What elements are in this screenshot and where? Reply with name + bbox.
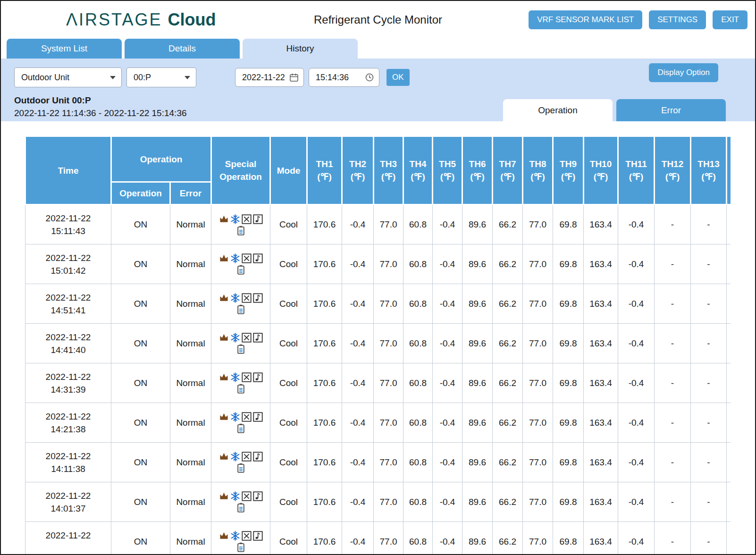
time-cell: 2022-11-22 14:41:40 xyxy=(25,324,111,363)
th-value-cell: 69.8 xyxy=(553,403,584,443)
date-input[interactable]: 2022-11-22 xyxy=(235,68,304,87)
mode-value: Cool xyxy=(279,418,298,428)
th-value-cell: 77.0 xyxy=(374,244,403,284)
operation-status: ON xyxy=(134,259,148,269)
th-value-cell: 170.6 xyxy=(307,324,342,363)
display-option-button[interactable]: Display Option xyxy=(649,63,718,82)
row-time: 14:51:41 xyxy=(25,304,111,317)
error-status-cell: Normal xyxy=(170,284,211,324)
th-value-cell: - xyxy=(655,205,691,244)
operation-status: ON xyxy=(134,299,148,309)
column-header-time: Time xyxy=(25,136,111,205)
row-date: 2022-11-22 xyxy=(25,529,111,542)
overflow-cell xyxy=(727,324,731,363)
tab-operation[interactable]: Operation xyxy=(503,99,613,121)
th-value-cell: 77.0 xyxy=(374,363,403,403)
selected-unit-info: Outdoor Unit 00:P 2022-11-22 11:14:36 - … xyxy=(14,95,187,121)
test-run-icon xyxy=(235,304,246,315)
th-value-cell: 170.6 xyxy=(307,363,342,403)
test-run-icon xyxy=(235,423,246,434)
th-value-cell: 66.2 xyxy=(493,205,523,244)
tab-error[interactable]: Error xyxy=(616,99,726,121)
mode-cell: Cool xyxy=(270,205,307,244)
settings-button[interactable]: SETTINGS xyxy=(649,10,706,29)
mode-value: Cool xyxy=(279,457,298,467)
low-noise-icon xyxy=(252,530,263,541)
test-run-icon xyxy=(235,383,246,394)
error-status: Normal xyxy=(176,537,205,547)
app-header: ΛIRSTAGE Cloud Refrigerant Cycle Monitor… xyxy=(1,1,755,39)
row-time: 14:41:40 xyxy=(25,344,111,356)
row-time: 15:11:43 xyxy=(25,225,111,237)
exit-button[interactable]: EXIT xyxy=(713,10,748,29)
unit-address-select[interactable]: 00:P xyxy=(126,67,196,87)
test-run-icon xyxy=(235,264,246,275)
operation-status: ON xyxy=(134,418,148,428)
history-subheader: Outdoor Unit 00:P 2022-11-22 11:14:36 - … xyxy=(14,92,742,121)
th-value-cell: 77.0 xyxy=(374,284,403,324)
tab-history[interactable]: History xyxy=(243,39,358,59)
th-value-cell: -0.4 xyxy=(433,205,462,244)
error-status-cell: Normal xyxy=(170,403,211,443)
th-value-cell: 77.0 xyxy=(523,244,553,284)
th-value-cell: 60.8 xyxy=(403,284,433,324)
error-status-cell: Normal xyxy=(170,363,211,403)
error-status: Normal xyxy=(176,259,205,269)
error-status-cell: Normal xyxy=(170,244,211,284)
history-date-range: 2022-11-22 11:14:36 - 2022-11-22 15:14:3… xyxy=(14,108,187,118)
th-value-cell: - xyxy=(691,244,727,284)
th-value-cell: 60.8 xyxy=(403,205,433,244)
low-noise-icon xyxy=(252,214,263,225)
th-value-cell: - xyxy=(655,363,691,403)
overflow-cell xyxy=(727,403,731,443)
oil-recovery-icon xyxy=(218,412,229,422)
ok-button[interactable]: OK xyxy=(386,69,410,86)
overflow-cell xyxy=(727,482,731,522)
special-operation-cell xyxy=(211,284,270,324)
th-value-cell: 77.0 xyxy=(523,443,553,482)
special-operation-icons-row xyxy=(211,332,270,343)
row-date: 2022-11-22 xyxy=(25,450,111,462)
th-value-cell: 163.4 xyxy=(584,522,618,555)
test-run-icon xyxy=(235,462,246,473)
test-run-icon xyxy=(235,344,246,354)
overflow-cell xyxy=(727,244,731,284)
th-value-cell: 60.8 xyxy=(403,363,433,403)
th-value-cell: 69.8 xyxy=(553,244,584,284)
th-value-cell: 163.4 xyxy=(584,443,618,482)
tab-system-list[interactable]: System List xyxy=(7,39,122,59)
time-input[interactable]: 15:14:36 xyxy=(309,68,379,87)
filter-controls: Outdoor Unit 00:P 2022-11-22 15:14:36 OK… xyxy=(14,67,742,88)
low-noise-icon xyxy=(252,253,263,264)
table-row: 2022-11-22 ON Normal xyxy=(25,522,731,555)
unit-type-select[interactable]: Outdoor Unit xyxy=(14,67,122,87)
operation-status: ON xyxy=(134,497,148,507)
vrf-sensor-mark-list-button[interactable]: VRF SENSOR MARK LIST xyxy=(529,10,642,29)
th-value-cell: 170.6 xyxy=(307,482,342,522)
th-value-cell: -0.4 xyxy=(618,244,655,284)
error-status: Normal xyxy=(176,378,205,388)
th-value-cell: - xyxy=(691,324,727,363)
column-header-th13: TH13(℉) xyxy=(691,136,727,205)
th-value-cell: 77.0 xyxy=(374,443,403,482)
view-tab-bar: Operation Error xyxy=(503,99,726,121)
th-value-cell: - xyxy=(655,482,691,522)
th-value-cell: 77.0 xyxy=(523,482,553,522)
tab-details[interactable]: Details xyxy=(125,39,240,59)
special-operation-icons-row2 xyxy=(211,423,270,434)
header-buttons: VRF SENSOR MARK LIST SETTINGS EXIT xyxy=(529,10,748,29)
special-operation-icons-row2 xyxy=(211,225,270,236)
peak-cut-icon xyxy=(241,253,252,264)
mode-value: Cool xyxy=(279,497,298,507)
th-value-cell: 66.2 xyxy=(493,363,523,403)
logo-cloud-text: Cloud xyxy=(168,10,216,30)
th-value-cell: 77.0 xyxy=(374,324,403,363)
th-value-cell: -0.4 xyxy=(433,244,462,284)
th-value-cell: - xyxy=(691,403,727,443)
th-value-cell: 66.2 xyxy=(493,482,523,522)
defrost-icon xyxy=(230,332,241,343)
th-value-cell: 77.0 xyxy=(523,205,553,244)
th-value-cell: 89.6 xyxy=(462,284,493,324)
mode-value: Cool xyxy=(279,537,298,547)
oil-recovery-icon xyxy=(218,372,229,383)
